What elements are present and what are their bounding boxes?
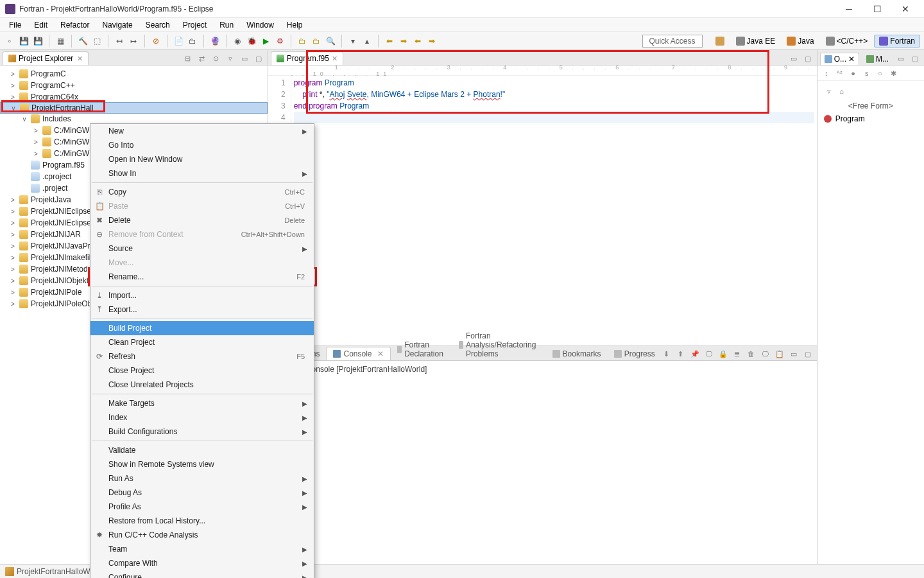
minimize-view-icon[interactable]: ▭ [239,53,250,64]
minimize-editor-icon[interactable]: ▭ [789,53,799,64]
menu-item-run-c-c---code-analysis[interactable]: ✸Run C/C++ Code Analysis [90,528,314,542]
menu-item-refresh[interactable]: ⟳RefreshF5 [90,349,314,363]
build-icon[interactable]: 🔨 [77,35,89,47]
pin-icon[interactable]: 📌 [690,349,700,359]
menu-item-export---[interactable]: ⤒Export... [90,302,314,317]
twisty-icon[interactable]: > [9,94,17,101]
tab-progress[interactable]: Progress [608,347,662,360]
close-icon[interactable]: ✕ [332,55,338,63]
menu-item-index[interactable]: Index▶ [90,410,314,425]
tree-item[interactable]: >ProgramC++ [0,80,268,91]
code-line[interactable]: program Program [294,77,814,89]
menu-item-run-as[interactable]: Run As▶ [90,471,314,486]
code-line[interactable]: end program Program [294,100,814,112]
menu-refactor[interactable]: Refactor [54,19,96,31]
min-icon[interactable]: ▭ [789,349,799,359]
debug-icon[interactable]: 🐞 [246,35,257,47]
open-type-icon[interactable]: 🗀 [296,35,308,47]
quick-access-input[interactable]: Quick Access [642,35,703,48]
collapse-all-icon[interactable]: ⊟ [183,53,193,64]
run-icon[interactable]: ▶ [260,35,271,47]
nav-forward-icon[interactable]: ➡ [426,35,438,47]
open-task-icon[interactable]: 🗀 [311,35,322,47]
menu-file[interactable]: File [3,19,28,31]
terminate-icon[interactable]: ⊘ [150,35,162,47]
make-tab[interactable]: M... [862,53,893,65]
twisty-icon[interactable]: v [10,105,17,112]
project-explorer-tab[interactable]: Project Explorer ✕ [3,51,89,65]
tree-item[interactable]: >ProgramC [0,68,268,80]
menu-item-compare-with[interactable]: Compare With▶ [90,556,314,570]
menu-item-profile-as[interactable]: Profile As▶ [90,500,314,514]
prev-annotation-icon[interactable]: ▴ [361,35,373,47]
menu-item-new[interactable]: New▶ [90,124,314,138]
menu-item-rename---[interactable]: Rename...F2 [90,270,314,284]
twisty-icon[interactable]: > [9,289,17,296]
twisty-icon[interactable]: > [9,243,17,250]
menu-navigate[interactable]: Navigate [96,19,139,31]
twisty-icon[interactable]: > [9,208,17,215]
expand-icon[interactable]: ▿ [824,86,834,96]
menu-item-import---[interactable]: ⤓Import... [90,288,314,302]
forward-icon[interactable]: ➡ [398,35,409,47]
toggle-icon[interactable]: ◉ [232,35,243,47]
new-console-icon[interactable]: 📋 [774,349,785,359]
clear-icon[interactable]: 🗑 [746,349,757,359]
twisty-icon[interactable]: > [9,220,17,227]
code-line[interactable] [294,112,814,123]
assist-icon[interactable]: 🔮 [209,35,221,47]
close-icon[interactable]: ✕ [77,55,83,63]
binary-icon[interactable]: ⬚ [91,35,103,47]
hide-fields-icon[interactable]: ● [848,68,859,78]
maximize-editor-icon[interactable]: ▢ [803,53,813,64]
minimize-view-icon[interactable]: ▭ [896,53,906,64]
tab-console[interactable]: Console✕ [326,347,390,360]
menu-item-close-unrelated-projects[interactable]: Close Unrelated Projects [90,378,314,392]
twisty-icon[interactable]: > [9,197,17,204]
twisty-icon[interactable]: > [32,127,40,134]
menu-item-delete[interactable]: ✖DeleteDelete [90,213,314,227]
tree-item[interactable]: >ProgramC64x [0,91,268,103]
next-annotation-icon[interactable]: ▾ [347,35,359,47]
hide-nonpublic-icon[interactable]: ○ [875,68,886,78]
open-console-icon[interactable]: 🖵 [760,349,771,359]
twisty-icon[interactable]: > [32,150,40,157]
menu-item-copy[interactable]: ⎘CopyCtrl+C [90,185,314,199]
twisty-icon[interactable]: v [21,116,28,123]
twisty-icon[interactable]: > [32,139,40,146]
display-icon[interactable]: 🖵 [704,349,714,359]
shift-right-icon[interactable]: ↦ [128,35,139,47]
wrap-icon[interactable]: ≣ [732,349,742,359]
max-icon[interactable]: ▢ [803,349,813,359]
menu-item-open-in-new-window[interactable]: Open in New Window [90,152,314,166]
menu-item-team[interactable]: Team▶ [90,542,314,556]
external-tools-icon[interactable]: ⚙ [274,35,286,47]
twisty-icon[interactable]: > [9,254,17,261]
menu-item-close-project[interactable]: Close Project [90,363,314,378]
twisty-icon[interactable]: > [9,301,17,308]
preview-icon[interactable]: ▦ [55,35,66,47]
editor-body[interactable]: 1234 program Program print *, "Ahoj Svet… [268,76,817,346]
menu-window[interactable]: Window [240,19,280,31]
save-icon[interactable]: 💾 [18,35,30,47]
new-folder-icon[interactable]: 🗀 [187,35,198,47]
menu-item-restore-from-local-history---[interactable]: Restore from Local History... [90,514,314,528]
menu-item-build-configurations[interactable]: Build Configurations▶ [90,425,314,439]
up-arrow-icon[interactable]: ⬆ [676,349,686,359]
code-line[interactable]: print *, "Ahoj Svete, MinGW64 + Eclipse … [294,89,814,100]
perspective-fortran[interactable]: Fortran [874,35,920,48]
outline-item-program[interactable]: Program [824,114,918,123]
twisty-icon[interactable]: > [9,71,17,78]
twisty-icon[interactable]: > [9,82,17,89]
tab-bookmarks[interactable]: Bookmarks [546,347,608,360]
menu-item-build-project[interactable]: Build Project [90,321,314,335]
minimize-button[interactable]: ─ [841,3,857,15]
close-icon[interactable]: ✕ [377,349,384,358]
maximize-button[interactable]: ☐ [869,3,886,15]
sort-icon[interactable]: ↕ [821,68,832,78]
focus-icon[interactable]: ✱ [889,68,899,78]
open-perspective-button[interactable] [710,35,730,48]
link-editor-icon[interactable]: ⇄ [197,53,207,64]
last-edit-icon[interactable]: ⬅ [412,35,424,47]
shift-left-icon[interactable]: ↤ [114,35,125,47]
